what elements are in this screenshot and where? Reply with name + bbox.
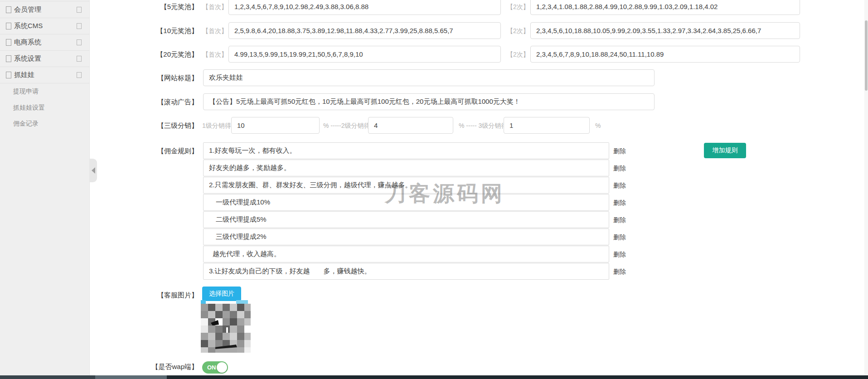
customer-service-image [201, 304, 251, 353]
menu-glyph-icon [6, 72, 11, 78]
sidebar-item-label: 系统CMS [14, 22, 43, 30]
sidebar-item-members[interactable]: 会员管理 [0, 1, 89, 18]
percent-suffix: % [595, 122, 601, 129]
sidebar-subitem-withdrawal[interactable]: 提现申请 [0, 83, 89, 100]
vertical-scrollbar-thumb[interactable] [865, 20, 868, 91]
wap-toggle[interactable]: ON [202, 361, 228, 374]
pool20-second-input[interactable] [530, 46, 800, 63]
sidebar-subitem-claw-settings[interactable]: 抓娃娃设置 [0, 100, 89, 116]
sidebar-subitem-label: 提现申请 [13, 87, 39, 96]
pool20-first-input[interactable] [228, 46, 501, 63]
toggle-state-label: ON [207, 364, 216, 371]
horizontal-scrollbar-thumb[interactable] [95, 375, 167, 379]
sidebar-subitem-label: 佣金记录 [13, 120, 39, 128]
rule-input-3[interactable] [203, 177, 609, 194]
rule-delete-link-3[interactable]: 删除 [613, 182, 626, 190]
sidebar-subitem-label: 抓娃娃设置 [13, 104, 45, 112]
menu-glyph-icon [6, 39, 11, 46]
sidebar-item-label: 电商系统 [14, 38, 41, 47]
pool10-second-input[interactable] [530, 22, 800, 39]
chevron-left-icon [92, 167, 95, 174]
expand-icon[interactable] [77, 56, 82, 62]
sidebar-item-label: 系统设置 [14, 54, 41, 63]
level2-input[interactable] [368, 117, 453, 134]
menu-glyph-icon [6, 6, 11, 13]
rule-input-5[interactable] [203, 211, 609, 228]
pool20-second-tag: 【2次】 [507, 51, 529, 59]
pool10-first-input[interactable] [228, 22, 501, 39]
pool5-second-input[interactable] [530, 0, 800, 15]
pool10-second-tag: 【2次】 [507, 27, 529, 35]
add-rule-button[interactable]: 增加规则 [704, 143, 746, 158]
rule-delete-link-4[interactable]: 删除 [613, 199, 626, 207]
expand-icon[interactable] [77, 23, 82, 29]
site-title-input[interactable] [203, 69, 655, 86]
pool20-label: 【20元奖池】 [139, 50, 198, 58]
service-image-label: 【客服图片】 [139, 291, 198, 299]
scroll-ad-input[interactable] [203, 93, 655, 110]
pool5-second-tag: 【2次】 [507, 3, 529, 11]
pool10-label: 【10元奖池】 [139, 27, 198, 35]
sidebar-item-label: 抓娃娃 [14, 71, 34, 79]
level1-input[interactable] [231, 117, 320, 134]
pool5-label: 【5元奖池】 [139, 3, 198, 11]
rule-input-7[interactable] [203, 246, 609, 262]
sidebar: 会员管理 系统CMS 电商系统 系统设置 抓娃娃 提现申请 抓娃娃设置 [0, 0, 90, 375]
rules-label: 【佣金规则】 [139, 147, 198, 155]
rule-input-1[interactable] [203, 142, 609, 159]
level1-label: 1级分销得 [202, 122, 231, 130]
rule-input-2[interactable] [203, 160, 609, 176]
rule-delete-link-8[interactable]: 删除 [613, 268, 626, 276]
level3-label: % ----- 3级分销得 [459, 122, 507, 130]
rule-input-4[interactable] [203, 194, 609, 211]
sidebar-item-system-settings[interactable]: 系统设置 [0, 50, 89, 67]
menu-glyph-icon [6, 55, 11, 62]
pool5-first-tag: 【首次】 [202, 3, 228, 11]
sidebar-item-ecommerce[interactable]: 电商系统 [0, 34, 89, 51]
rule-delete-link-6[interactable]: 删除 [613, 233, 626, 242]
expand-icon[interactable] [77, 7, 82, 13]
expand-icon[interactable] [77, 39, 82, 45]
rule-delete-link-2[interactable]: 删除 [613, 165, 626, 173]
pool20-first-tag: 【首次】 [202, 51, 228, 59]
choose-image-button[interactable]: 选择图片 [202, 287, 241, 301]
rule-input-6[interactable] [203, 228, 609, 245]
sidebar-item-claw-machine[interactable]: 抓娃娃 [0, 67, 89, 83]
sidebar-subitem-commission-log[interactable]: 佣金记录 [0, 116, 89, 132]
scroll-ad-label: 【滚动广告】 [139, 98, 198, 106]
sidebar-item-cms[interactable]: 系统CMS [0, 18, 89, 34]
pool5-first-input[interactable] [228, 0, 501, 15]
sidebar-item-label: 会员管理 [14, 5, 41, 14]
rule-delete-link-5[interactable]: 删除 [613, 216, 626, 224]
level3-input[interactable] [504, 117, 590, 134]
rule-delete-link-1[interactable]: 删除 [613, 147, 626, 155]
admin-settings-page: 会员管理 系统CMS 电商系统 系统设置 抓娃娃 提现申请 抓娃娃设置 [0, 0, 868, 379]
menu-glyph-icon [6, 23, 11, 29]
rule-input-8[interactable] [203, 263, 609, 280]
horizontal-scrollbar-track[interactable] [0, 375, 95, 379]
sidebar-collapse-handle[interactable] [89, 159, 97, 182]
horizontal-scrollbar-track[interactable] [167, 375, 868, 379]
site-title-label: 【网站标题】 [139, 74, 198, 82]
expand-icon[interactable] [77, 72, 82, 78]
rule-delete-link-7[interactable]: 删除 [613, 251, 626, 259]
level2-label: % -----2级分销得 [323, 122, 370, 130]
mosaic-pixelated-image [201, 304, 251, 353]
pool10-first-tag: 【首次】 [202, 27, 228, 35]
wap-label: 【是否wap端】 [139, 363, 198, 371]
distribution-label: 【三级分销】 [139, 121, 198, 130]
toggle-knob [217, 362, 227, 373]
